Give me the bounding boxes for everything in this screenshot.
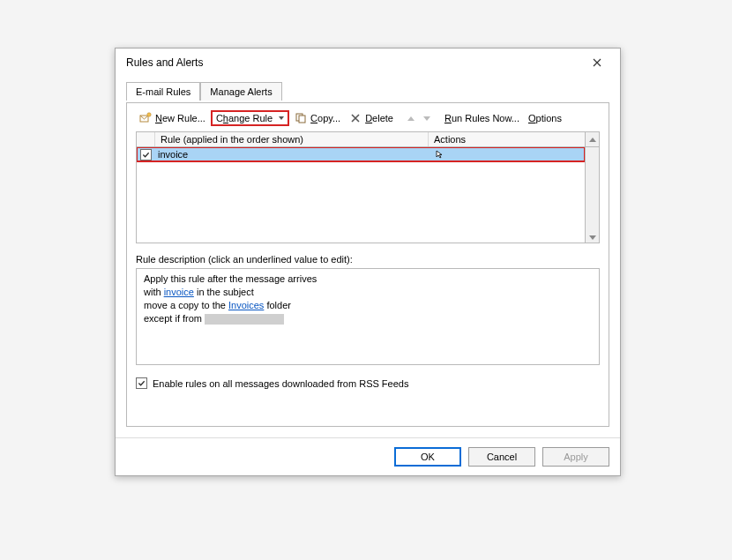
desc-from-redacted bbox=[205, 314, 284, 325]
rule-enabled-checkbox[interactable] bbox=[140, 149, 152, 161]
tab-email-rules[interactable]: E-mail Rules bbox=[126, 82, 200, 101]
move-up-button[interactable] bbox=[404, 115, 418, 123]
table-row[interactable]: invoice bbox=[137, 147, 585, 161]
arrow-down-icon bbox=[423, 116, 430, 121]
tabs: E-mail Rules Manage Alerts bbox=[126, 82, 609, 103]
copy-icon bbox=[295, 112, 307, 124]
cancel-button[interactable]: Cancel bbox=[468, 447, 535, 467]
titlebar: Rules and Alerts bbox=[116, 49, 620, 77]
close-button[interactable] bbox=[581, 52, 613, 73]
rules-grid-scrollbar[interactable] bbox=[586, 146, 600, 243]
dialog-body: E-mail Rules Manage Alerts New Rule... C… bbox=[116, 77, 620, 437]
rules-grid-header-row: Rule (applied in the order shown) Action… bbox=[136, 131, 600, 146]
cursor-icon bbox=[436, 150, 446, 159]
desc-line-3: move a copy to the Invoices folder bbox=[144, 299, 592, 312]
tab-panel: New Rule... Change Rule Copy... bbox=[126, 102, 609, 427]
desc-link-folder-value[interactable]: Invoices bbox=[228, 300, 264, 310]
rss-checkbox[interactable] bbox=[136, 377, 147, 389]
tab-manage-alerts[interactable]: Manage Alerts bbox=[200, 82, 281, 101]
scroll-up-icon bbox=[589, 138, 596, 142]
close-icon bbox=[593, 58, 601, 67]
new-rule-label: ew Rule... bbox=[162, 113, 205, 123]
scroll-down-icon bbox=[589, 235, 596, 240]
rules-and-alerts-dialog: Rules and Alerts E-mail Rules Manage Ale… bbox=[115, 48, 621, 476]
ok-button[interactable]: OK bbox=[394, 447, 461, 467]
rules-grid-header-checkbox bbox=[137, 132, 155, 146]
rules-grid-header-rule[interactable]: Rule (applied in the order shown) bbox=[155, 132, 429, 146]
copy-button[interactable]: Copy... bbox=[291, 110, 344, 126]
rss-checkbox-row: Enable rules on all messages downloaded … bbox=[136, 377, 600, 389]
new-rule-button[interactable]: New Rule... bbox=[136, 110, 209, 126]
rss-checkbox-label: Enable rules on all messages downloaded … bbox=[153, 378, 408, 389]
move-down-button[interactable] bbox=[420, 115, 434, 123]
dialog-footer: OK Cancel Apply bbox=[116, 437, 620, 475]
delete-button[interactable]: Delete bbox=[346, 110, 397, 126]
svg-rect-3 bbox=[299, 116, 305, 123]
rule-name-cell: invoice bbox=[154, 149, 432, 160]
rule-description-label: Rule description (click an underlined va… bbox=[136, 254, 600, 265]
dialog-title: Rules and Alerts bbox=[126, 56, 581, 69]
check-icon bbox=[138, 379, 146, 387]
run-rules-now-button[interactable]: Run Rules Now... bbox=[441, 111, 523, 125]
scroll-up-button[interactable] bbox=[586, 131, 600, 146]
rule-actions-cell bbox=[432, 150, 585, 159]
toolbar: New Rule... Change Rule Copy... bbox=[136, 110, 600, 126]
svg-point-1 bbox=[147, 113, 151, 116]
arrow-up-icon bbox=[407, 116, 415, 121]
rules-grid-header-actions[interactable]: Actions bbox=[429, 132, 585, 146]
change-rule-button[interactable]: Change Rule bbox=[211, 110, 289, 126]
chevron-down-icon bbox=[279, 116, 284, 120]
options-button[interactable]: Options bbox=[525, 111, 565, 125]
desc-line-1: Apply this rule after the message arrive… bbox=[144, 273, 592, 286]
rule-description-box: Apply this rule after the message arrive… bbox=[136, 268, 600, 365]
desc-line-2: with invoice in the subject bbox=[144, 286, 592, 299]
desc-link-subject-value[interactable]: invoice bbox=[164, 287, 194, 297]
desc-line-4: except if from bbox=[144, 312, 592, 325]
check-icon bbox=[142, 151, 150, 159]
rules-grid[interactable]: invoice bbox=[136, 146, 586, 243]
delete-icon bbox=[349, 112, 362, 124]
apply-button[interactable]: Apply bbox=[542, 447, 609, 467]
new-rule-icon bbox=[139, 112, 152, 124]
